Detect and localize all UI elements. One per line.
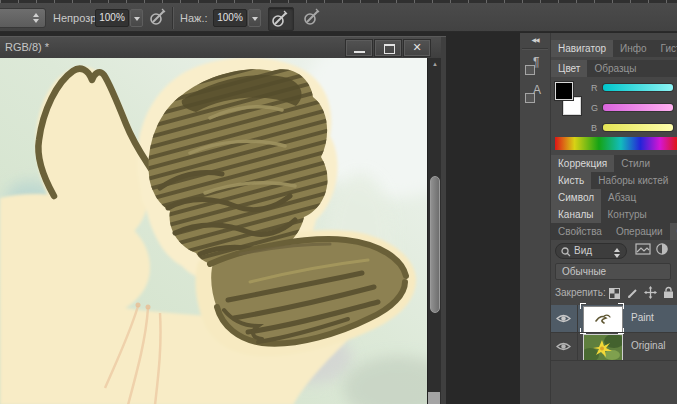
pixel-filter-icon[interactable]: [635, 242, 651, 256]
tab-styles[interactable]: Стили: [614, 155, 657, 172]
flow-pressure-button[interactable]: [302, 7, 326, 29]
layer-filter-dropdown[interactable]: Вид: [555, 243, 627, 259]
blend-mode-row: Обычные: [551, 261, 677, 282]
canvas-artwork: [0, 58, 427, 404]
opacity-dropdown-button[interactable]: [130, 9, 143, 27]
maximize-button[interactable]: [374, 39, 402, 57]
minimize-button[interactable]: [345, 39, 373, 57]
tab-adjustments[interactable]: Коррекция: [551, 155, 614, 172]
layer-thumbnail-paint[interactable]: [583, 306, 621, 331]
green-slider[interactable]: [603, 104, 673, 111]
collapse-dock-button[interactable]: ◀◀: [520, 35, 550, 46]
search-icon: [561, 247, 571, 257]
tab-layers[interactable]: Сло: [670, 223, 677, 240]
blue-slider[interactable]: [603, 124, 673, 131]
tab-navigator[interactable]: Навигатор: [551, 40, 613, 57]
foreground-color-swatch[interactable]: [555, 82, 573, 100]
close-icon: ✕: [412, 41, 421, 53]
tab-group-adjustments: Коррекция Стили: [551, 155, 677, 172]
selection-corner: [580, 303, 586, 309]
lock-all-icon[interactable]: [663, 286, 674, 299]
dock-main-column: Навигатор Инфо Гистогр Цвет Образцы R G …: [551, 33, 677, 404]
tab-group-brush: Кисть Наборы кистей: [551, 172, 677, 189]
airbrush-toggle-button[interactable]: [268, 7, 294, 31]
flow-dropdown-button[interactable]: [248, 9, 261, 27]
layer-name-paint[interactable]: Paint: [631, 312, 654, 323]
visibility-cell[interactable]: [551, 333, 578, 360]
tab-group-navigator: Навигатор Инфо Гистогр: [551, 40, 677, 57]
tab-channels[interactable]: Каналы: [551, 206, 601, 223]
tab-actions[interactable]: Операции: [609, 223, 670, 240]
chevron-down-icon: [134, 17, 140, 21]
tab-swatches[interactable]: Образцы: [587, 60, 643, 77]
lock-label: Закрепить:: [555, 287, 606, 298]
paragraph-panel-button[interactable]: ¶: [523, 55, 547, 79]
layer-thumbnail-original[interactable]: [583, 334, 621, 359]
maximize-icon: [384, 44, 395, 54]
paint-thumbnail-image: [583, 306, 623, 333]
layer-row-paint[interactable]: Paint: [551, 305, 677, 333]
eye-icon: [556, 341, 571, 352]
toolbar-separator: [172, 7, 173, 29]
blend-mode-value: Обычные: [562, 266, 606, 277]
tab-paths[interactable]: Контуры: [601, 206, 654, 223]
document-titlebar[interactable]: RGB/8) * ✕: [0, 37, 446, 59]
scrollbar-thumb[interactable]: [430, 176, 440, 313]
tab-group-layers: Свойства Операции Сло: [551, 223, 677, 240]
scroll-up-icon[interactable]: ▲: [428, 59, 442, 69]
red-slider[interactable]: [603, 84, 673, 91]
airbrush-icon: [148, 7, 168, 27]
flow-value-field[interactable]: 100%: [213, 9, 247, 27]
blend-mode-dropdown[interactable]: Обычные: [555, 263, 671, 280]
adjustment-filter-icon[interactable]: [655, 242, 669, 256]
tab-character[interactable]: Символ: [551, 189, 601, 206]
chevron-down-icon: [252, 17, 258, 21]
tab-brush-presets[interactable]: Наборы кистей: [591, 172, 675, 189]
eye-icon: [556, 313, 571, 324]
collapsed-panel-strip: ◀◀ ¶ A: [520, 33, 551, 404]
channel-b-label: B: [591, 123, 597, 133]
tab-color[interactable]: Цвет: [551, 60, 587, 77]
visibility-cell[interactable]: [551, 305, 578, 332]
channel-r-label: R: [591, 83, 598, 93]
filter-kind-label: Вид: [574, 245, 592, 256]
character-icon: A: [533, 83, 541, 97]
minimize-icon: [354, 51, 365, 53]
spinner-arrows-icon: [33, 13, 39, 23]
color-panel: R G B: [551, 77, 677, 155]
airbrush-icon: [302, 7, 322, 27]
tab-group-color: Цвет Образцы: [551, 60, 677, 77]
canvas-area[interactable]: [0, 58, 427, 404]
layers-panel: Вид Обычные: [551, 240, 677, 404]
tab-brush[interactable]: Кисть: [551, 172, 591, 189]
airbrush-icon: [270, 9, 290, 29]
tab-properties[interactable]: Свойства: [551, 223, 609, 240]
lock-position-icon[interactable]: [644, 286, 657, 299]
layer-row-original[interactable]: Original: [551, 333, 677, 361]
document-window: RGB/8) * ✕: [0, 36, 446, 404]
options-bar: Непрозр.: 100% Наж.: 100%: [0, 3, 677, 32]
document-title: RGB/8) *: [5, 41, 49, 53]
lock-transparency-icon[interactable]: [609, 288, 620, 299]
spinner-arrows-icon: [614, 248, 620, 258]
tab-info[interactable]: Инфо: [613, 40, 654, 57]
lock-row: Закрепить:: [551, 284, 677, 304]
tab-paragraph[interactable]: Абзац: [601, 189, 643, 206]
tab-group-character: Символ Абзац: [551, 189, 677, 206]
tab-histogram[interactable]: Гистогр: [654, 40, 677, 57]
panel-dock: ◀◀ ¶ A Навигатор Инфо Гистогр Цвет Образ…: [520, 33, 677, 404]
row-separator: [551, 360, 677, 361]
divider: [522, 48, 548, 49]
close-button[interactable]: ✕: [403, 39, 431, 57]
color-spectrum-ramp[interactable]: [555, 137, 677, 150]
opacity-pressure-button[interactable]: [148, 7, 172, 29]
layer-name-original[interactable]: Original: [631, 340, 665, 351]
selection-corner: [618, 303, 624, 309]
tab-group-channels: Каналы Контуры: [551, 206, 677, 223]
paragraph-icon: ¶: [533, 55, 539, 69]
lock-pixels-brush-icon[interactable]: [627, 287, 639, 299]
opacity-value-field[interactable]: 100%: [95, 9, 129, 27]
tool-preset-dropdown[interactable]: [0, 8, 46, 28]
vertical-scrollbar[interactable]: ▲: [427, 58, 441, 404]
character-panel-button[interactable]: A: [523, 83, 547, 107]
